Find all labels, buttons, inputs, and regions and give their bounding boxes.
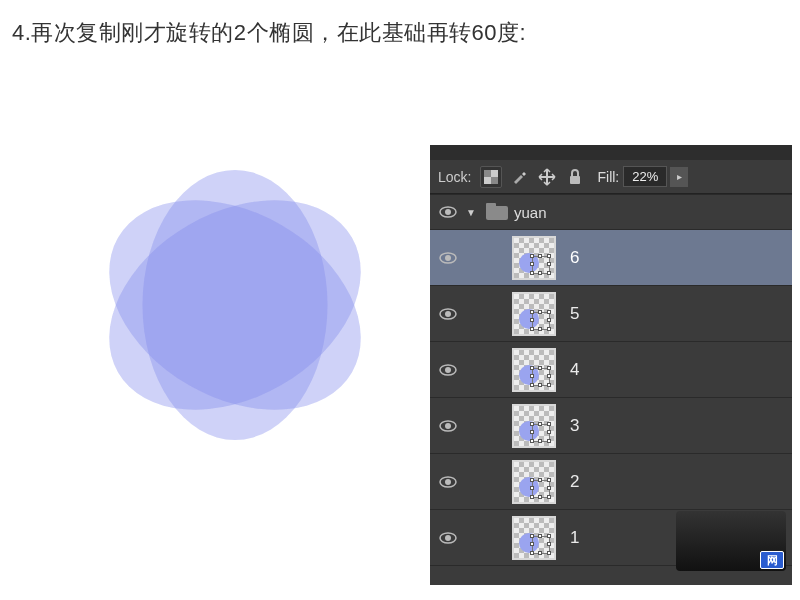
layer-name[interactable]: 3 bbox=[570, 416, 579, 436]
svg-point-10 bbox=[445, 311, 451, 317]
svg-rect-1 bbox=[491, 177, 498, 184]
layer-row[interactable]: 6 bbox=[430, 230, 792, 286]
group-name[interactable]: yuan bbox=[514, 204, 547, 221]
svg-rect-4 bbox=[570, 176, 580, 184]
svg-point-16 bbox=[445, 479, 451, 485]
layer-row[interactable]: 3 bbox=[430, 398, 792, 454]
canvas-preview bbox=[70, 140, 400, 470]
layer-group-row[interactable]: ▼ yuan bbox=[430, 194, 792, 230]
instruction-text: 4.再次复制刚才旋转的2个椭圆，在此基础再转60度: bbox=[12, 18, 526, 48]
lock-label: Lock: bbox=[438, 169, 471, 185]
svg-point-6 bbox=[445, 209, 451, 215]
visibility-toggle[interactable] bbox=[430, 206, 466, 218]
fill-value-input[interactable]: 22% bbox=[623, 166, 667, 187]
watermark-badge: 网 bbox=[760, 551, 784, 569]
svg-point-14 bbox=[445, 423, 451, 429]
layer-name[interactable]: 4 bbox=[570, 360, 579, 380]
visibility-toggle[interactable] bbox=[430, 252, 466, 264]
visibility-toggle[interactable] bbox=[430, 532, 466, 544]
svg-rect-3 bbox=[484, 177, 491, 184]
lock-transparency-icon[interactable] bbox=[480, 166, 502, 188]
folder-icon bbox=[486, 204, 508, 220]
layer-thumbnail[interactable] bbox=[512, 236, 556, 280]
layer-name[interactable]: 5 bbox=[570, 304, 579, 324]
lock-position-icon[interactable] bbox=[536, 166, 558, 188]
layer-row[interactable]: 5 bbox=[430, 286, 792, 342]
svg-point-12 bbox=[445, 367, 451, 373]
fill-label: Fill: bbox=[597, 169, 619, 185]
layer-row[interactable]: 2 bbox=[430, 454, 792, 510]
lock-pixels-icon[interactable] bbox=[508, 166, 530, 188]
svg-point-18 bbox=[445, 535, 451, 541]
svg-rect-2 bbox=[491, 170, 498, 177]
visibility-toggle[interactable] bbox=[430, 420, 466, 432]
visibility-toggle[interactable] bbox=[430, 364, 466, 376]
fill-dropdown-icon[interactable]: ▸ bbox=[670, 167, 688, 187]
visibility-toggle[interactable] bbox=[430, 308, 466, 320]
layer-name[interactable]: 1 bbox=[570, 528, 579, 548]
panel-topbar bbox=[430, 145, 792, 160]
disclosure-triangle-icon[interactable]: ▼ bbox=[466, 207, 480, 218]
visibility-toggle[interactable] bbox=[430, 476, 466, 488]
layer-thumbnail[interactable] bbox=[512, 348, 556, 392]
layer-name[interactable]: 6 bbox=[570, 248, 579, 268]
layer-thumbnail[interactable] bbox=[512, 404, 556, 448]
svg-rect-0 bbox=[484, 170, 491, 177]
layer-thumbnail[interactable] bbox=[512, 516, 556, 560]
layers-panel: Lock: Fill: 22% ▸ ▼ yuan 654321 网 bbox=[430, 145, 792, 585]
lock-row: Lock: Fill: 22% ▸ bbox=[430, 160, 792, 194]
layer-row[interactable]: 4 bbox=[430, 342, 792, 398]
layer-thumbnail[interactable] bbox=[512, 292, 556, 336]
layer-name[interactable]: 2 bbox=[570, 472, 579, 492]
svg-point-8 bbox=[445, 255, 451, 261]
layer-thumbnail[interactable] bbox=[512, 460, 556, 504]
lock-all-icon[interactable] bbox=[564, 166, 586, 188]
